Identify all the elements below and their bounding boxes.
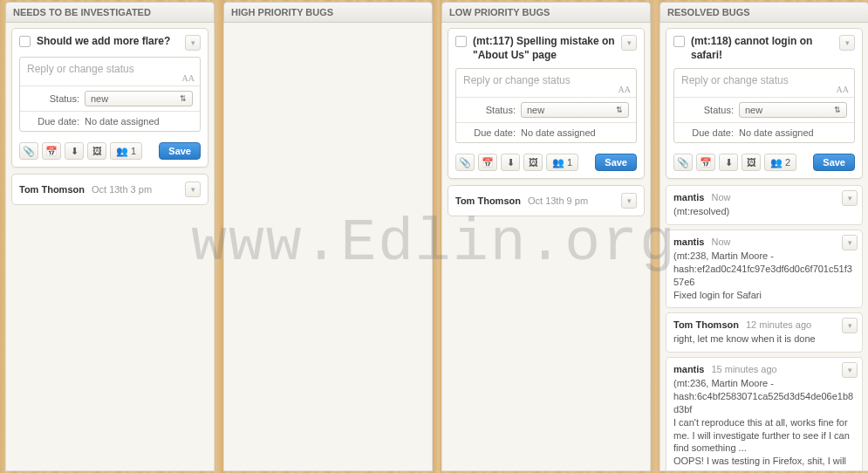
reply-input[interactable]: Reply or change status AA [674, 69, 854, 97]
calendar-icon[interactable]: 📅 [42, 142, 61, 160]
task-checkbox[interactable] [19, 36, 31, 47]
activity-time: Oct 13th 9 pm [528, 195, 588, 206]
task-title: Should we add more flare? [37, 35, 179, 49]
save-button[interactable]: Save [595, 154, 637, 171]
assignee-button[interactable]: 👥2 [764, 154, 796, 171]
due-label: Due date: [463, 127, 516, 138]
text-format-icon[interactable]: AA [182, 73, 195, 83]
status-select[interactable]: new [85, 91, 193, 106]
text-format-icon[interactable]: AA [619, 85, 631, 94]
column-header: LOW PRIORITY BUGS [441, 2, 651, 23]
card-toolbar: 📎 📅 ⬇ 🖼 👥1 Save [12, 139, 208, 167]
column-header: HIGH PRIORITY BUGS [223, 2, 433, 23]
comment-time: 12 minutes ago [746, 319, 811, 330]
comment-author: mantis [673, 236, 704, 247]
comment-body: (mt:236, Martin Moore - hash:6c4bf258307… [673, 377, 855, 471]
status-label: Status: [463, 105, 516, 115]
image-icon[interactable]: 🖼 [523, 154, 543, 171]
column-body: (mt:118) cannot login on safari! ▾ Reply… [660, 23, 868, 471]
due-value: No date assigned [739, 127, 814, 138]
column-header: NEEDS TO BE INVESTIGATED [5, 2, 215, 23]
status-select[interactable]: new [521, 102, 629, 118]
column-body [223, 23, 433, 471]
column-body: Should we add more flare? ▾ Reply or cha… [5, 23, 215, 471]
reply-input[interactable]: Reply or change status AA [456, 69, 636, 97]
comment-time: Now [711, 192, 730, 202]
task-title: (mt:118) cannot login on safari! [691, 35, 833, 62]
comment: ▾mantisNow(mt:resolved) [666, 185, 863, 225]
comment-author: mantis [673, 192, 704, 202]
calendar-icon[interactable]: 📅 [478, 154, 497, 171]
comment-menu-button[interactable]: ▾ [842, 235, 858, 250]
save-button[interactable]: Save [159, 142, 201, 160]
assignee-button[interactable]: 👥1 [110, 142, 142, 160]
comment: ▾mantisNow(mt:238, Martin Moore - hash:e… [666, 230, 863, 308]
card-menu-button[interactable]: ▾ [621, 35, 637, 51]
comment-body: (mt:resolved) [673, 205, 855, 218]
assignee-button[interactable]: 👥1 [546, 154, 578, 171]
attach-icon[interactable]: 📎 [19, 142, 38, 160]
activity-author: Tom Thomson [19, 184, 85, 195]
column-resolved: RESOLVED BUGS (mt:118) cannot login on s… [660, 2, 868, 471]
task-card: (mt:117) Spelling mistake on "About Us" … [448, 28, 645, 179]
due-value: No date assigned [521, 127, 596, 138]
card-menu-button[interactable]: ▾ [185, 35, 201, 51]
image-icon[interactable]: 🖼 [742, 154, 761, 171]
task-card: Should we add more flare? ▾ Reply or cha… [11, 28, 208, 168]
attach-icon[interactable]: 📎 [455, 154, 475, 171]
comment-author: Tom Thomson [673, 319, 739, 330]
dropbox-icon[interactable]: ⬇ [65, 142, 84, 160]
calendar-icon[interactable]: 📅 [696, 154, 715, 171]
due-label: Due date: [681, 127, 734, 138]
save-button[interactable]: Save [813, 154, 855, 171]
reply-box: Reply or change status AA Status: new Du… [19, 57, 201, 132]
activity-row: Tom Thomson Oct 13th 9 pm ▾ [448, 185, 645, 216]
reply-box: Reply or change status AA Status: new Du… [455, 68, 637, 143]
text-format-icon[interactable]: AA [837, 85, 849, 94]
status-select[interactable]: new [739, 102, 847, 118]
comment-menu-button[interactable]: ▾ [842, 362, 858, 378]
comment-menu-button[interactable]: ▾ [842, 190, 858, 206]
comment-time: Now [711, 236, 730, 247]
status-label: Status: [681, 105, 734, 115]
dropbox-icon[interactable]: ⬇ [501, 154, 520, 171]
comment-author: mantis [673, 364, 704, 374]
card-toolbar: 📎 📅 ⬇ 🖼 👥1 Save [448, 150, 644, 178]
column-high-priority: HIGH PRIORITY BUGS [223, 2, 433, 471]
task-title: (mt:117) Spelling mistake on "About Us" … [473, 35, 615, 62]
attach-icon[interactable]: 📎 [673, 154, 693, 171]
column-low-priority: LOW PRIORITY BUGS (mt:117) Spelling mist… [441, 2, 651, 471]
comment-body: (mt:238, Martin Moore - hash:ef2ad0c241f… [673, 250, 855, 301]
activity-author: Tom Thomson [455, 195, 521, 206]
activity-menu-button[interactable]: ▾ [621, 193, 637, 209]
comment: ▾Tom Thomson12 minutes agoright, let me … [666, 312, 863, 353]
status-label: Status: [27, 93, 79, 104]
task-checkbox[interactable] [673, 36, 685, 47]
column-header: RESOLVED BUGS [660, 2, 868, 23]
comment: ▾mantis15 minutes ago(mt:236, Martin Moo… [666, 357, 863, 471]
due-label: Due date: [27, 116, 79, 127]
image-icon[interactable]: 🖼 [87, 142, 106, 160]
comment-time: 15 minutes ago [711, 364, 776, 374]
task-card: (mt:118) cannot login on safari! ▾ Reply… [666, 28, 863, 179]
activity-menu-button[interactable]: ▾ [185, 182, 201, 197]
kanban-board: NEEDS TO BE INVESTIGATED Should we add m… [0, 0, 868, 473]
activity-row: Tom Thomson Oct 13th 3 pm ▾ [11, 174, 208, 205]
card-toolbar: 📎 📅 ⬇ 🖼 👥2 Save [666, 150, 862, 178]
column-body: (mt:117) Spelling mistake on "About Us" … [441, 23, 651, 471]
dropbox-icon[interactable]: ⬇ [719, 154, 738, 171]
activity-time: Oct 13th 3 pm [92, 184, 152, 195]
comment-body: right, let me know when it is done [673, 332, 855, 346]
card-menu-button[interactable]: ▾ [839, 35, 855, 51]
task-checkbox[interactable] [455, 36, 467, 47]
column-investigate: NEEDS TO BE INVESTIGATED Should we add m… [5, 2, 215, 471]
due-value: No date assigned [85, 116, 160, 127]
comment-menu-button[interactable]: ▾ [842, 318, 858, 333]
reply-box: Reply or change status AA Status: new Du… [673, 68, 855, 143]
reply-input[interactable]: Reply or change status AA [20, 58, 200, 86]
